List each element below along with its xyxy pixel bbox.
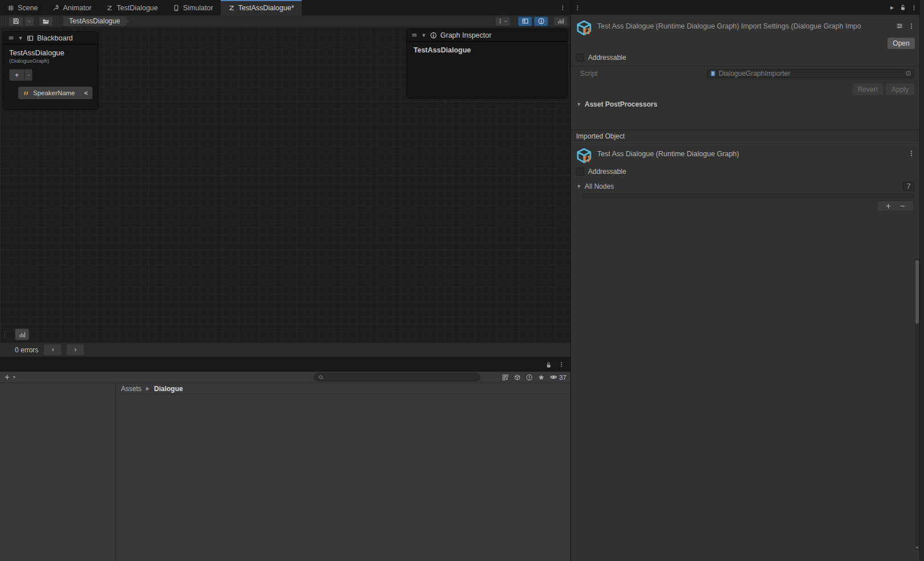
save-button[interactable] xyxy=(9,17,23,26)
add-property-button[interactable]: + xyxy=(9,69,25,81)
lock-icon[interactable] xyxy=(545,361,552,368)
graph-icon xyxy=(228,5,235,11)
prev-error-button[interactable] xyxy=(44,344,61,355)
graph-inspector-panel[interactable]: ▼ Graph Inspector TestAssDialogue xyxy=(406,29,568,99)
doc-tab-testassdialogue[interactable]: TestAssDialogue* xyxy=(221,0,302,15)
blackboard-graph-name: TestAssDialogue xyxy=(9,48,92,57)
apply-button[interactable]: Apply xyxy=(886,84,914,95)
project-toolbar: ▼ 37 xyxy=(0,372,570,383)
all-nodes-list xyxy=(581,193,914,198)
plus-icon[interactable] xyxy=(885,203,891,209)
graph-inspector-content: TestAssDialogue xyxy=(407,42,567,59)
create-asset-button[interactable]: ▼ xyxy=(4,374,17,380)
kebab-icon[interactable] xyxy=(911,5,917,11)
graph-toolbar: TestAssDialogue xyxy=(0,15,570,27)
addressable-label: Addressable xyxy=(588,168,626,176)
kebab-icon[interactable] xyxy=(572,0,583,15)
doc-tab-testdialogue[interactable]: TestDialogue xyxy=(99,0,165,15)
blackboard-title: Blackboard xyxy=(37,34,73,42)
project-search-input[interactable] xyxy=(314,373,480,381)
all-nodes-foldout[interactable]: ▼ All Nodes 7 xyxy=(571,181,919,192)
toggle-blackboard-button[interactable] xyxy=(518,17,532,26)
object-addressable-row: Addressable xyxy=(571,164,919,180)
minus-icon[interactable] xyxy=(899,203,906,209)
add-property-dropdown[interactable] xyxy=(25,69,33,81)
toolbar-grip xyxy=(7,346,7,353)
next-error-button[interactable] xyxy=(67,344,84,355)
revert-button[interactable]: Revert xyxy=(853,84,883,95)
hidden-count[interactable]: 37 xyxy=(550,373,566,381)
save-options-button[interactable] xyxy=(25,17,34,26)
graph-icon xyxy=(106,5,113,11)
graph-inspector-header[interactable]: ▼ Graph Inspector xyxy=(407,29,567,42)
inspector-tab-strip: ▶ xyxy=(571,0,919,15)
save-icon xyxy=(13,18,19,25)
breadcrumb-current[interactable]: Dialogue xyxy=(154,385,183,393)
open-button[interactable]: Open xyxy=(887,38,915,49)
package-icon[interactable] xyxy=(514,374,521,381)
grip-icon xyxy=(411,32,418,38)
doc-tab-label: TestDialogue xyxy=(116,4,157,12)
lock-icon[interactable] xyxy=(899,4,906,11)
addressable-checkbox[interactable] xyxy=(576,54,584,62)
doc-tab-scene[interactable]: Scene xyxy=(0,0,45,15)
project-breadcrumb[interactable]: Assets ▶ Dialogue xyxy=(116,383,570,395)
doc-tab-label: Scene xyxy=(18,4,38,12)
array-size-buttons xyxy=(877,201,914,212)
foldout-arrow-icon[interactable]: ▼ xyxy=(18,35,23,41)
property-label: SpeakerName xyxy=(33,90,80,96)
object-picker-icon[interactable] xyxy=(905,70,911,76)
property-expand-icon[interactable]: < xyxy=(84,90,88,96)
asset-postprocessors-foldout[interactable]: ▼ Asset PostProcessors xyxy=(571,99,919,110)
blackboard-graph-type: (DialogueGraph) xyxy=(9,58,92,64)
project-file-pane: Assets ▶ Dialogue xyxy=(116,383,570,561)
grid-icon xyxy=(7,5,14,11)
importer-addressable-row: Addressable xyxy=(571,50,919,66)
star-icon[interactable] xyxy=(538,374,545,381)
arrow-right-icon xyxy=(72,347,79,353)
imported-object-band: Imported Object xyxy=(571,129,919,143)
script-label: Script xyxy=(580,70,704,78)
minimap-button[interactable] xyxy=(15,328,29,340)
blackboard-header[interactable]: ▼ Blackboard xyxy=(3,32,98,44)
importer-header: Test Ass Dialogue (Runtime Dialogue Grap… xyxy=(571,15,919,36)
presets-icon[interactable] xyxy=(896,22,903,30)
kebab-icon[interactable] xyxy=(908,150,915,157)
addressable-checkbox[interactable] xyxy=(576,168,584,176)
doc-tab-animator[interactable]: Animator xyxy=(45,0,99,15)
tab-scroll-right-icon[interactable]: ▶ xyxy=(889,5,895,10)
doc-tab-simulator[interactable]: Simulator xyxy=(165,0,221,15)
doc-tab-label: Simulator xyxy=(183,4,213,12)
inspector-scrollbar[interactable]: ▼ xyxy=(915,259,919,551)
scrollbar-thumb[interactable] xyxy=(915,260,919,324)
editor-left-column: SceneAnimatorTestDialogueSimulatorTestAs… xyxy=(0,0,570,561)
breadcrumb-root[interactable]: Assets xyxy=(121,385,141,393)
all-nodes-label: All Nodes xyxy=(585,182,614,190)
info-icon xyxy=(538,18,545,25)
scroll-down-icon[interactable]: ▼ xyxy=(915,546,919,550)
toolbar-grip xyxy=(5,18,5,25)
project-browser: Assets ▶ Dialogue xyxy=(0,383,570,561)
kebab-icon[interactable] xyxy=(558,361,565,368)
breadcrumb[interactable]: TestAssDialogue xyxy=(63,17,129,26)
toolbar-separator xyxy=(514,18,514,25)
kebab-icon xyxy=(497,18,503,24)
filter-by-type-icon[interactable] xyxy=(502,374,509,381)
blackboard-property-speakername[interactable]: SpeakerName < xyxy=(18,87,92,99)
graph-options-button[interactable] xyxy=(495,17,510,26)
alert-icon[interactable] xyxy=(526,374,533,381)
dialogue-graph-asset-icon xyxy=(576,147,593,164)
imported-object-label: Imported Object xyxy=(576,132,625,140)
all-nodes-count-field[interactable]: 7 xyxy=(903,182,914,191)
foldout-arrow-icon[interactable]: ▼ xyxy=(421,32,427,38)
toggle-graph-inspector-button[interactable] xyxy=(534,17,548,26)
blackboard-panel[interactable]: ▼ Blackboard TestAssDialogue (DialogueGr… xyxy=(3,31,99,110)
toggle-minimap-button[interactable] xyxy=(553,17,568,26)
kebab-icon[interactable] xyxy=(908,22,915,30)
inspector-body: Test Ass Dialogue (Runtime Dialogue Grap… xyxy=(571,15,919,561)
script-field: DialogueGraphImporter xyxy=(707,69,914,78)
show-in-project-button[interactable] xyxy=(39,17,53,26)
inspector-panel: ▶ Test Ass Dialogue (Runtime Dialogue Gr… xyxy=(570,0,919,561)
graph-canvas[interactable]: ▼ Blackboard TestAssDialogue (DialogueGr… xyxy=(0,27,570,342)
kebab-icon[interactable] xyxy=(560,5,566,11)
